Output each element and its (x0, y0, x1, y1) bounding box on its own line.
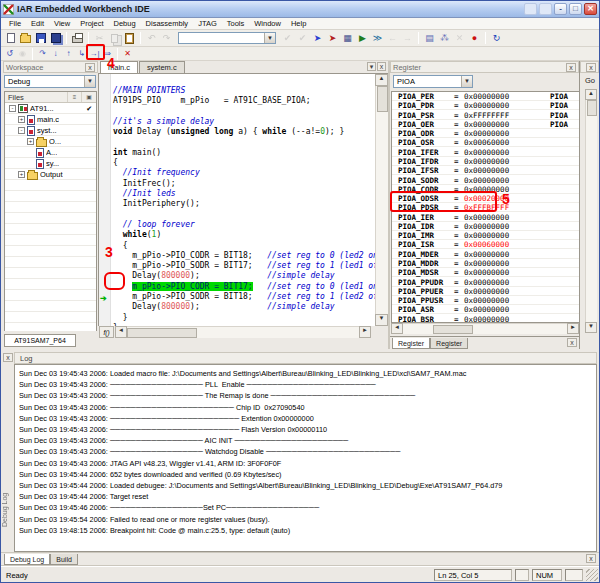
make-button[interactable]: ▶ (355, 31, 370, 45)
collapse-icon[interactable]: - (9, 105, 16, 112)
register-row-pioa_ier[interactable]: PIOA_IER=0x00000000 (392, 213, 579, 222)
tree-item-o[interactable]: +O... (5, 136, 96, 147)
chevron-down-icon[interactable]: ▼ (461, 76, 472, 87)
code-line-1[interactable]: //MAIN POINTERS (113, 86, 185, 96)
code-editor[interactable]: ➔ //MAIN POINTERSAT91PS_PIO m_pPio = AT9… (98, 74, 375, 326)
find-next-button[interactable]: ✔ (295, 31, 310, 45)
code-line-10[interactable]: InitFrec(); (113, 179, 176, 189)
collapse-icon[interactable]: - (18, 127, 25, 134)
register-scroll-left-icon[interactable]: ◄ (391, 323, 403, 334)
editor-hscrollbar[interactable] (127, 326, 359, 338)
next-button[interactable]: → (400, 31, 415, 45)
editor-scroll-left-icon[interactable]: ◄ (115, 326, 127, 338)
log-output[interactable]: Sun Dec 03 19:45:43 2006: Loaded macro f… (14, 364, 597, 552)
workspace-view-button[interactable]: ⁂ (437, 31, 452, 45)
tab-main-c[interactable]: main.c (100, 61, 138, 73)
code-line-2[interactable]: AT91PS_PIO m_pPio = AT91C_BASE_PIOA; (113, 96, 310, 106)
titlebar-extra-button-1[interactable] (524, 3, 537, 15)
tree-item-mainc[interactable]: +main.c (5, 114, 96, 125)
code-line-15[interactable]: while(1) (113, 230, 161, 240)
tab-debug-log[interactable]: Debug Log (4, 554, 50, 565)
register-row-pioa_oer[interactable]: PIOA_OER=0x00000000PIOA (392, 120, 579, 129)
copy-button[interactable] (107, 31, 122, 45)
code-line-17[interactable]: m_pPio->PIO_CODR = BIT18; //set reg to 0… (113, 251, 375, 261)
editor-scroll-right-icon[interactable]: ► (359, 326, 371, 338)
code-line-4[interactable]: //it's a simple delay (113, 117, 214, 127)
code-line-21[interactable]: m_pPio->PIO_SODR = BIT18; //set reg to 1… (113, 292, 375, 302)
editor-scroll-up-icon[interactable]: ▲ (375, 74, 388, 86)
register-row-pioa_mddr[interactable]: PIOA_MDDR=0x00000000 (392, 259, 579, 268)
register-row-pioa_odr[interactable]: PIOA_ODR=0x00000000 (392, 129, 579, 138)
register-row-pioa_sodr[interactable]: PIOA_SODR=0x00000000 (392, 176, 579, 185)
editor-scroll-down-icon[interactable]: ▼ (375, 314, 388, 326)
paste-button[interactable] (122, 31, 137, 45)
cut-button[interactable]: ✂ (92, 31, 107, 45)
disassembly-vscroll-thumb[interactable] (587, 100, 597, 116)
code-line-18[interactable]: m_pPio->PIO_SODR = BIT17; //set reg to 1… (113, 261, 375, 271)
new-file-button[interactable] (3, 31, 18, 45)
options-column-icon[interactable]: ▣ (82, 92, 96, 102)
tab-scroll-icon[interactable]: ▾ (367, 62, 376, 71)
code-line-16[interactable]: { (113, 241, 127, 251)
open-file-button[interactable] (18, 31, 33, 45)
undo-button[interactable]: ↶ (144, 31, 159, 45)
register-row-pioa_ifdr[interactable]: PIOA_IFDR=0x00000000 (392, 157, 579, 166)
resize-grip[interactable] (586, 569, 598, 581)
save-button[interactable] (33, 31, 48, 45)
tab-system-c[interactable]: system.c (139, 61, 185, 73)
code-line-8[interactable]: { (113, 158, 118, 168)
step-out-button[interactable]: ↑ (62, 48, 75, 60)
previous-button[interactable]: ← (385, 31, 400, 45)
expand-icon[interactable]: + (18, 171, 25, 178)
register-row-pioa_pdsr[interactable]: PIOA_PDSR=0xFFFBFFFF (392, 203, 579, 212)
log-close-icon[interactable]: x (3, 353, 13, 362)
chevron-down-icon[interactable]: ▼ (264, 33, 275, 43)
go-to-button[interactable]: ➤ (310, 31, 325, 45)
register-tab-1[interactable]: Register (392, 338, 430, 349)
go-button[interactable]: →| (88, 48, 101, 60)
menu-file[interactable]: File (4, 18, 26, 30)
toggle-breakpoint-button[interactable]: ➤ (325, 31, 340, 45)
code-line-7[interactable]: int main() (113, 148, 161, 158)
message-tabs-close-icon[interactable]: x (586, 554, 596, 563)
tree-item-at91[interactable]: -AT91...✔ (5, 103, 96, 114)
register-row-pioa_ppudr[interactable]: PIOA_PPUDR=0x00000000 (392, 278, 579, 287)
editor-vscrollbar[interactable] (375, 86, 388, 314)
step-over-button[interactable]: ↷ (36, 48, 49, 60)
stop-debugging-button[interactable]: ✕ (121, 48, 134, 60)
find-button[interactable]: ✔ (280, 31, 295, 45)
register-row-pioa_asr[interactable]: PIOA_ASR=0x00000000 (392, 305, 579, 314)
reset-button[interactable]: ↺ (3, 48, 16, 60)
disassembly-scroll-up-icon[interactable]: ▲ (585, 89, 597, 100)
code-line-9[interactable]: //Init frequency (113, 168, 200, 178)
menu-jtag[interactable]: JTAG (193, 18, 222, 30)
register-scroll-right-icon[interactable]: ► (567, 323, 579, 334)
register-row-pioa_psr[interactable]: PIOA_PSR=0xFFFFFFFFPIOA (392, 111, 579, 120)
tab-build[interactable]: Build (50, 554, 78, 565)
code-line-5[interactable]: void Delay (unsigned long a) { while (--… (113, 127, 344, 137)
maximize-button[interactable]: □ (569, 3, 582, 15)
register-row-pioa_idr[interactable]: PIOA_IDR=0x00000000 (392, 222, 579, 231)
editor-hscroll-thumb[interactable] (127, 328, 197, 338)
register-row-pioa_per[interactable]: PIOA_PER=0x00000000PIOA (392, 92, 579, 101)
register-row-pioa_bsr[interactable]: PIOA_BSR=0x00000000 (392, 315, 579, 323)
tree-item-syst[interactable]: -syst... (5, 125, 96, 136)
menu-disassembly[interactable]: Disassembly (141, 18, 194, 30)
menu-project[interactable]: Project (75, 18, 108, 30)
menu-help[interactable]: Help (286, 18, 311, 30)
editor-vscroll-thumb[interactable] (377, 86, 388, 112)
register-hscroll-thumb[interactable] (433, 325, 473, 334)
run-to-cursor-button[interactable]: ⇒ (101, 48, 114, 60)
code-line-20[interactable]: m_pPio->PIO_CODR = BIT17; //set reg to 0… (113, 282, 375, 292)
menu-debug[interactable]: Debug (109, 18, 141, 30)
menu-window[interactable]: Window (249, 18, 286, 30)
minimize-button[interactable]: - (554, 3, 567, 15)
register-row-pioa_odsr[interactable]: PIOA_ODSR=0x00020000 (392, 194, 579, 203)
next-statement-button[interactable]: ↳ (75, 48, 88, 60)
titlebar-extra-button-2[interactable] (539, 3, 552, 15)
code-line-14[interactable]: // loop forever (113, 220, 195, 230)
redo-button[interactable]: ↷ (159, 31, 174, 45)
menu-view[interactable]: View (49, 18, 75, 30)
tree-item-a[interactable]: A... (5, 147, 96, 158)
code-line-22[interactable]: Delay(800000); //simple delay (113, 302, 335, 312)
